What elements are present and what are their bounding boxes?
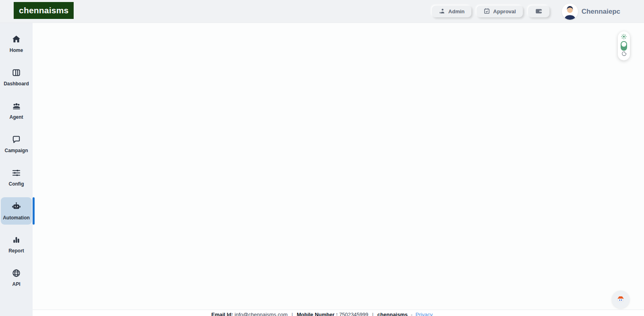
footer-email-value: info@chennaisms.com xyxy=(235,312,288,316)
sidebar-item-label: Dashboard xyxy=(4,81,29,87)
sidebar-item-label: API xyxy=(12,281,20,287)
sidebar-item-label: Campaign xyxy=(4,148,28,153)
footer-mobile-label: Mobile Number : xyxy=(297,312,338,316)
sidebar-item-agent[interactable]: Agent xyxy=(1,100,32,121)
top-header: chennaisms Admin Approval xyxy=(0,0,644,23)
footer-separator: | xyxy=(289,312,295,316)
sidebar-item-api[interactable]: API xyxy=(1,267,32,288)
chat-bubble-icon xyxy=(12,135,21,146)
support-bot-icon xyxy=(616,295,625,304)
header-actions: Admin Approval xyxy=(432,0,620,23)
theme-toggle-widget xyxy=(618,31,630,60)
username: Chennaiepc xyxy=(582,8,620,16)
footer: Email Id: info@chennaisms.com | Mobile N… xyxy=(0,310,644,316)
footer-dash: - xyxy=(409,312,414,316)
user-profile[interactable]: Chennaiepc xyxy=(562,4,620,20)
agents-icon xyxy=(12,101,21,112)
footer-company: chennaisms xyxy=(378,312,408,316)
calendar-check-icon xyxy=(483,8,490,16)
approval-button[interactable]: Approval xyxy=(477,6,522,17)
sidebar: Home Dashboard Agent Campaign Config Aut… xyxy=(0,23,33,316)
robot-icon xyxy=(11,202,21,213)
bar-chart-icon xyxy=(12,235,21,246)
wallet-button[interactable] xyxy=(528,6,549,17)
sidebar-item-home[interactable]: Home xyxy=(1,33,32,54)
theme-toggle-switch[interactable] xyxy=(621,41,627,51)
sidebar-item-label: Agent xyxy=(10,114,23,120)
footer-mobile-value: 7502345999 xyxy=(339,312,368,316)
sun-icon xyxy=(621,34,627,41)
sidebar-item-dashboard[interactable]: Dashboard xyxy=(1,67,32,88)
footer-email-label: Email Id: xyxy=(211,312,233,316)
sidebar-item-label: Automation xyxy=(3,215,30,221)
person-icon xyxy=(439,8,446,16)
sliders-icon xyxy=(12,168,21,179)
admin-button-label: Admin xyxy=(448,8,464,14)
dashboard-icon xyxy=(12,68,21,79)
footer-separator: | xyxy=(370,312,376,316)
toggle-knob xyxy=(621,42,626,47)
privacy-link[interactable]: Privacy xyxy=(415,312,433,316)
moon-icon xyxy=(621,51,627,58)
sidebar-item-label: Report xyxy=(8,248,24,254)
brand-logo[interactable]: chennaisms xyxy=(14,2,74,19)
support-chat-button[interactable] xyxy=(612,291,630,308)
sidebar-item-label: Config xyxy=(9,181,24,187)
avatar xyxy=(562,4,578,20)
main-content xyxy=(33,23,644,310)
wallet-icon xyxy=(535,8,543,16)
sidebar-item-report[interactable]: Report xyxy=(1,234,32,255)
globe-icon xyxy=(12,268,21,279)
sidebar-item-label: Home xyxy=(10,48,23,53)
home-icon xyxy=(12,35,21,45)
sidebar-item-campaign[interactable]: Campaign xyxy=(1,134,32,155)
sidebar-item-automation[interactable]: Automation xyxy=(1,197,32,225)
admin-button[interactable]: Admin xyxy=(432,6,471,17)
sidebar-item-config[interactable]: Config xyxy=(1,167,32,188)
approval-button-label: Approval xyxy=(493,8,516,14)
